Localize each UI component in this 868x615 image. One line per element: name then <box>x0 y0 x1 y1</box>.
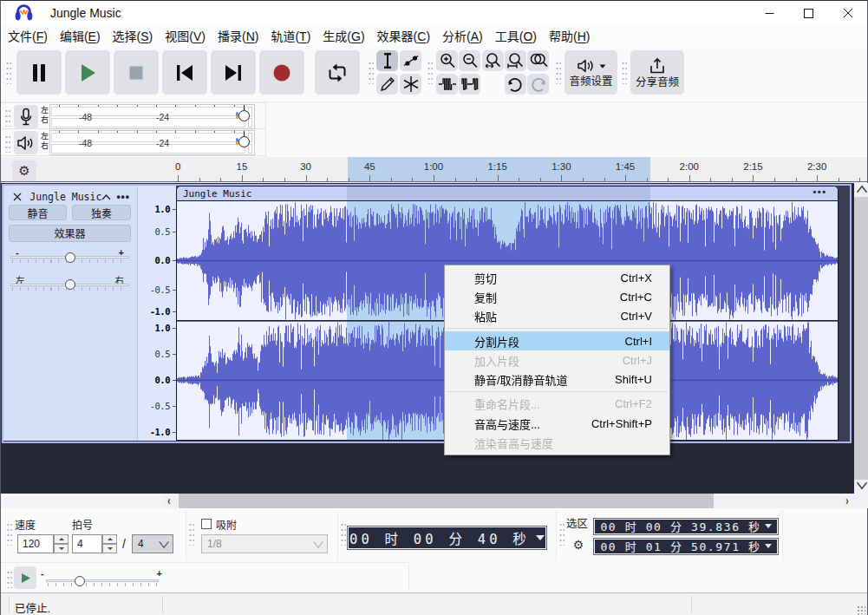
timesig-upper-input[interactable]: 4 <box>72 534 102 553</box>
audio-setup-button[interactable]: 音频设置 <box>565 50 617 95</box>
redo-button[interactable] <box>527 74 549 95</box>
scroll-up-button[interactable]: ∧ <box>854 183 868 197</box>
resize-grip[interactable] <box>857 605 865 614</box>
audio-setup-toolbar-grip[interactable] <box>555 60 561 84</box>
playback-meter-scale[interactable]: -48 -24 <box>49 130 255 155</box>
timesig-up-button[interactable] <box>102 534 117 544</box>
gain-slider-thumb[interactable] <box>65 252 75 263</box>
scroll-right-button[interactable]: › <box>840 494 854 508</box>
zoom-toggle-button[interactable] <box>527 50 549 71</box>
trim-outside-selection-button[interactable] <box>436 74 458 95</box>
selection-start-display[interactable]: 00 时 00 分 39.836 秒 <box>593 518 779 536</box>
skip-to-end-button[interactable] <box>211 50 256 95</box>
vertical-scrollbar-thumb[interactable] <box>854 197 868 480</box>
mute-button[interactable]: 静音 <box>9 205 67 220</box>
menu-item-H[interactable]: 帮助(H) <box>543 24 596 47</box>
context-menu-item[interactable]: 静音/取消静音轨道Shift+U <box>445 370 669 389</box>
time-toolbar-grip[interactable] <box>340 521 346 546</box>
play-button[interactable] <box>65 50 110 95</box>
play-at-speed-toolbar-grip[interactable] <box>6 569 12 588</box>
track-name[interactable]: Jungle Music <box>29 191 101 203</box>
horizontal-scrollbar-thumb[interactable] <box>179 494 714 508</box>
menu-item-T[interactable]: 轨道(T) <box>264 24 317 47</box>
pause-button[interactable] <box>16 50 62 95</box>
share-toolbar-grip[interactable] <box>621 60 627 84</box>
snap-mode-select[interactable]: 1/8∨ <box>201 534 328 553</box>
context-menu-item[interactable]: 渲染音高与速度 <box>445 433 669 452</box>
selection-toolbar-grip[interactable] <box>558 521 565 546</box>
silence-selection-button[interactable] <box>459 74 480 95</box>
close-button[interactable] <box>828 1 867 25</box>
zoom-in-button[interactable] <box>436 50 458 71</box>
recording-meter-grip[interactable] <box>4 108 10 127</box>
clip-menu-button[interactable]: ••• <box>813 186 826 197</box>
menu-item-G[interactable]: 生成(G) <box>317 24 370 47</box>
menu-item-V[interactable]: 视图(V) <box>159 24 212 47</box>
speed-slider-thumb[interactable] <box>75 576 85 586</box>
track-canvas[interactable]: Jungle Music ••• 静音 独奏 效果器 - + <box>1 183 854 494</box>
record-button[interactable] <box>259 50 304 95</box>
edit-toolbar-grip[interactable] <box>427 60 433 84</box>
clip-header[interactable]: Jungle Music ••• <box>177 186 838 201</box>
selection-tool-button[interactable] <box>376 50 398 71</box>
share-audio-button[interactable]: 分享音频 <box>630 50 684 95</box>
snapping-toolbar-grip[interactable] <box>188 521 194 546</box>
track-close-button[interactable] <box>11 191 23 203</box>
track-collapse-button[interactable] <box>101 194 111 200</box>
timesig-lower-select[interactable]: 4∨ <box>132 534 173 553</box>
multi-tool-button[interactable] <box>400 74 421 95</box>
menu-item-S[interactable]: 选择(S) <box>107 24 160 47</box>
tempo-spinner[interactable] <box>54 534 69 553</box>
skip-to-start-button[interactable] <box>162 50 207 95</box>
envelope-tool-button[interactable] <box>400 50 421 71</box>
stop-button[interactable] <box>114 50 159 95</box>
speaker-button[interactable] <box>14 131 38 154</box>
pan-slider-thumb[interactable] <box>65 279 75 290</box>
undo-button[interactable] <box>505 74 526 95</box>
context-menu-item[interactable]: 复制Ctrl+C <box>445 287 669 306</box>
selection-options-button[interactable]: ⚙ <box>567 535 590 553</box>
menu-item-N[interactable]: 播录(N) <box>212 24 264 47</box>
menu-item-F[interactable]: 文件(F) <box>2 24 54 47</box>
playback-volume-knob[interactable] <box>238 136 250 147</box>
timesig-spinner[interactable] <box>102 534 117 553</box>
recording-volume-knob[interactable] <box>238 110 250 121</box>
scroll-left-button[interactable]: ‹ <box>162 494 176 508</box>
horizontal-scrollbar[interactable]: ‹ › <box>162 494 854 508</box>
tempo-down-button[interactable] <box>54 544 69 553</box>
fit-project-button[interactable] <box>505 50 526 71</box>
context-menu-item[interactable]: 分割片段Ctrl+I <box>445 331 669 350</box>
transport-toolbar-grip[interactable] <box>5 60 11 84</box>
minimize-button[interactable] <box>750 1 789 25</box>
zoom-out-button[interactable] <box>459 50 480 71</box>
scroll-down-button[interactable]: ∨ <box>854 480 868 494</box>
menu-item-C[interactable]: 效果器(C) <box>371 24 436 47</box>
tempo-up-button[interactable] <box>54 534 69 544</box>
draw-tool-button[interactable] <box>376 74 398 95</box>
menu-item-A[interactable]: 分析(A) <box>436 24 489 47</box>
tools-toolbar-grip[interactable] <box>368 60 374 84</box>
effects-button[interactable]: 效果器 <box>9 225 131 242</box>
context-menu-item[interactable]: 重命名片段...Ctrl+F2 <box>445 395 669 414</box>
snap-checkbox[interactable] <box>201 519 212 529</box>
timesig-down-button[interactable] <box>102 544 117 553</box>
recording-meter-scale[interactable]: -48 -24 <box>49 104 255 129</box>
timeline-ruler[interactable]: ⚙ 01530451:001:151:301:452:002:152:30 <box>1 157 867 182</box>
loop-button[interactable] <box>315 50 360 95</box>
amplitude-ruler[interactable]: 1.00.50.0-0.5-1.01.00.50.0-0.5-1.0 <box>137 186 177 441</box>
solo-button[interactable]: 独奏 <box>72 205 131 220</box>
selection-end-display[interactable]: 00 时 01 分 50.971 秒 <box>593 538 779 556</box>
microphone-button[interactable] <box>14 105 38 128</box>
audio-position-display[interactable]: 00 时 00 分 40 秒 <box>347 526 547 550</box>
menu-item-O[interactable]: 工具(O) <box>489 24 543 47</box>
playback-meter-grip[interactable] <box>4 134 10 153</box>
maximize-button[interactable] <box>789 1 828 25</box>
context-menu-item[interactable]: 音高与速度...Ctrl+Shift+P <box>445 414 669 433</box>
context-menu-item[interactable]: 剪切Ctrl+X <box>445 268 669 287</box>
vertical-scrollbar[interactable]: ∧ ∨ <box>854 183 868 494</box>
context-menu-item[interactable]: 粘贴Ctrl+V <box>445 307 669 326</box>
track-menu-button[interactable]: ••• <box>116 191 130 203</box>
time-signature-toolbar-grip[interactable] <box>6 521 12 546</box>
tempo-input[interactable]: 120 <box>17 534 54 553</box>
context-menu-item[interactable]: 加入片段Ctrl+J <box>445 350 669 370</box>
